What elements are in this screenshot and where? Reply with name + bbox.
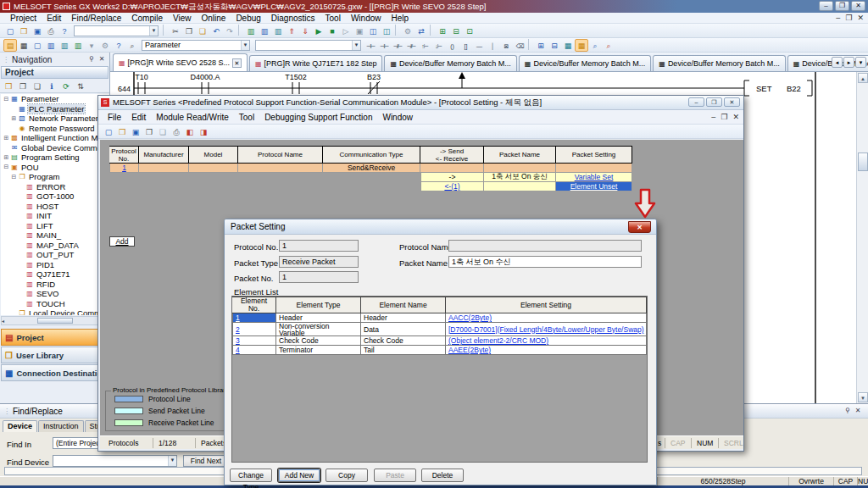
- open-project-icon[interactable]: ❒: [17, 25, 31, 37]
- tree-item[interactable]: ▥ INIT: [1, 211, 109, 221]
- monitor-icon[interactable]: ▷: [339, 25, 353, 37]
- scroll-down-icon[interactable]: ▼: [858, 392, 868, 402]
- packet-direction-cell[interactable]: <-(1): [420, 182, 484, 191]
- verify-icon[interactable]: ▾: [85, 39, 98, 52]
- closed-contact-icon[interactable]: ⊣∕⊢: [391, 39, 404, 52]
- window-icon[interactable]: ▢: [31, 39, 44, 52]
- copy-icon[interactable]: ❐: [182, 25, 196, 37]
- mdi-restore-button[interactable]: ❐: [845, 14, 852, 22]
- minimize-button[interactable]: –: [688, 97, 704, 107]
- info-icon[interactable]: ℹ: [45, 80, 58, 92]
- copy-button[interactable]: Copy: [326, 469, 368, 482]
- expander-icon[interactable]: ⊟: [3, 164, 10, 170]
- tree-horizontal-scrollbar[interactable]: ◂ ▸: [1, 316, 109, 325]
- new-icon[interactable]: ▢: [102, 125, 115, 138]
- expander-icon[interactable]: ⊞: [10, 115, 18, 122]
- paste-icon[interactable]: ❏: [196, 25, 209, 37]
- tree-item[interactable]: ▥ MAIN_: [1, 230, 109, 241]
- view-selector-button[interactable]: ▤ Project: [1, 329, 109, 346]
- tab-scroll-right-icon[interactable]: ▸: [843, 57, 854, 68]
- copy-icon[interactable]: ❐: [16, 80, 30, 92]
- open-contact-icon[interactable]: ⊣⊢: [364, 39, 377, 52]
- open-icon[interactable]: ❒: [115, 125, 129, 138]
- monitor-icon[interactable]: ▣: [353, 25, 366, 37]
- tab-scroll-left-icon[interactable]: ◂: [832, 57, 843, 68]
- element-setting-link[interactable]: AAEE(2Byte): [446, 346, 647, 355]
- view-selector-button[interactable]: ▦ Connection Destination: [1, 364, 109, 381]
- find-tab[interactable]: Device: [3, 420, 37, 432]
- undo-icon[interactable]: ↶: [209, 25, 223, 37]
- new-item-icon[interactable]: ❒: [2, 80, 15, 92]
- expander-icon[interactable]: ⊞: [3, 135, 10, 141]
- menu-item[interactable]: Edit: [126, 113, 151, 122]
- tree-item[interactable]: ◉ Remote Password: [1, 124, 109, 134]
- device-comment-icon[interactable]: ▥: [44, 39, 58, 52]
- close-button[interactable]: ✕: [851, 1, 865, 11]
- close-button[interactable]: ✕: [628, 221, 651, 233]
- menu-item[interactable]: Online: [196, 14, 231, 23]
- menu-item[interactable]: Module Read/Write: [151, 113, 233, 122]
- help-icon[interactable]: ?: [112, 39, 125, 52]
- tree-item[interactable]: ⊟ ❒ Program: [1, 172, 109, 182]
- menu-item[interactable]: File: [103, 113, 126, 122]
- maximize-button[interactable]: ❐: [835, 1, 849, 11]
- chevron-down-icon[interactable]: ▼: [149, 26, 158, 36]
- device-monitor-icon[interactable]: ▥: [244, 25, 258, 37]
- minimize-button[interactable]: –: [819, 1, 833, 11]
- transfer-setup-icon[interactable]: ⇄: [415, 25, 428, 37]
- mdi-close-button[interactable]: ✕: [857, 14, 864, 22]
- document-tab[interactable]: ▦ Device/Buffer Memory Batch M...: [384, 55, 516, 71]
- tree-item[interactable]: ▥ TOUCH: [1, 299, 109, 309]
- find-instruction-icon[interactable]: ⌕: [602, 39, 615, 52]
- packet-setting-link[interactable]: Element Unset: [556, 182, 632, 191]
- expander-icon[interactable]: ⊞: [3, 154, 10, 161]
- document-tab[interactable]: ▦ Device/Buffer Memory Batch M...: [653, 55, 785, 71]
- tree-item[interactable]: ▥ GOT-1000: [1, 191, 109, 202]
- help-icon[interactable]: ?: [58, 25, 71, 37]
- menu-item[interactable]: Help: [386, 14, 414, 23]
- device-batch-icon[interactable]: ▥: [71, 39, 85, 52]
- rising-pulse-icon[interactable]: ↑⊢: [418, 39, 431, 52]
- edit-icon[interactable]: ⊟: [548, 39, 561, 52]
- edit-icon[interactable]: ⊞: [534, 39, 548, 52]
- delete-vline-icon[interactable]: ⌫: [513, 39, 526, 52]
- copy-icon[interactable]: ❐: [142, 125, 156, 138]
- read-from-plc-icon[interactable]: ⇓: [298, 25, 312, 37]
- label-icon[interactable]: ⚙: [98, 39, 112, 52]
- document-tab[interactable]: ▦ Device/Buffer Memory Batch M...: [519, 55, 651, 71]
- navigation-window-icon[interactable]: ▤: [3, 39, 17, 52]
- menu-item[interactable]: Debug: [231, 14, 265, 23]
- menu-item[interactable]: Edit: [42, 14, 66, 23]
- mdi-minimize-button[interactable]: –: [711, 113, 715, 121]
- packet-name-cell[interactable]: 1축 서보 On 송신: [484, 173, 556, 182]
- delete-line-icon[interactable]: ⊠: [499, 39, 513, 52]
- menu-item[interactable]: Compile: [126, 14, 168, 23]
- cut-icon[interactable]: ✂: [169, 25, 182, 37]
- coil-icon[interactable]: ( ): [445, 39, 459, 52]
- packet-setting-link[interactable]: Variable Set: [556, 173, 632, 182]
- editor-vertical-scrollbar[interactable]: ▲ ▼: [856, 72, 868, 403]
- chevron-down-icon[interactable]: ▼: [168, 456, 176, 466]
- tree-item[interactable]: ⊟ ▣ POU: [1, 163, 109, 173]
- element-no-link[interactable]: 1: [232, 313, 276, 323]
- tree-item[interactable]: ⊞ ▧ Network Parameter: [1, 114, 109, 124]
- tree-item[interactable]: ❒ Local Device Comme: [1, 308, 109, 315]
- element-row[interactable]: 2 Non-conversion Variable Data [D7000-D7…: [232, 323, 647, 336]
- sort-icon[interactable]: ⇅: [74, 80, 87, 92]
- menu-item[interactable]: Window: [346, 14, 387, 23]
- falling-pulse-icon[interactable]: ↓⊢: [431, 39, 445, 52]
- pin-icon[interactable]: ⚲: [86, 54, 97, 64]
- paste-icon[interactable]: ❏: [156, 125, 170, 138]
- chevron-down-icon[interactable]: ▼: [241, 41, 249, 50]
- monitor-stop-icon[interactable]: ■: [326, 25, 339, 37]
- add-new-button[interactable]: Add New: [278, 469, 320, 482]
- save-icon[interactable]: ▣: [129, 125, 142, 138]
- paste-icon[interactable]: ❏: [31, 80, 44, 92]
- tree-item[interactable]: ▥ MAP_DATA: [1, 241, 109, 251]
- element-no-link[interactable]: 3: [232, 336, 276, 346]
- find-next-button[interactable]: Find Next: [183, 455, 229, 467]
- device-monitor-icon[interactable]: ▥: [271, 25, 285, 37]
- tab-list-icon[interactable]: ▾: [855, 57, 866, 68]
- document-tab[interactable]: ▦ [PRG]R Write SEVO 2528 S... ✕: [113, 53, 248, 71]
- tree-item[interactable]: ⊟ ▦ Parameter: [1, 94, 109, 104]
